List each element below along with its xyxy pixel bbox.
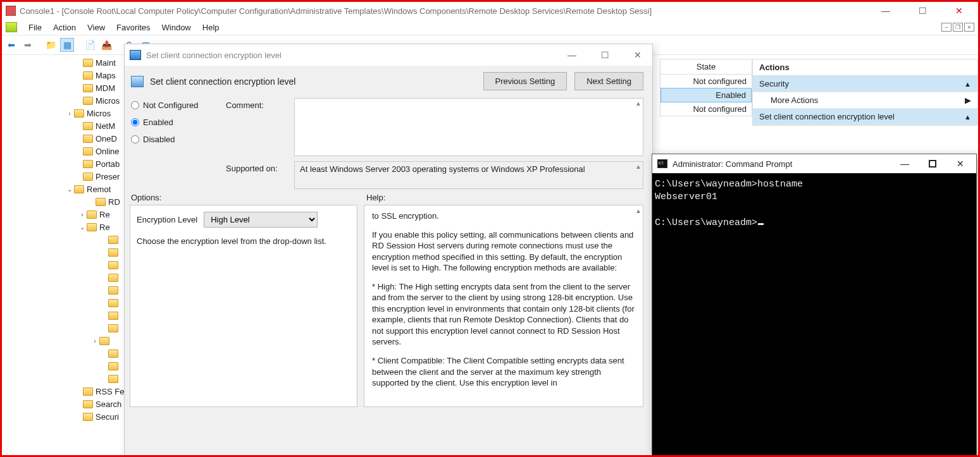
supported-on-field: At least Windows Server 2003 operating s… bbox=[294, 161, 643, 189]
folder-icon bbox=[83, 84, 93, 92]
next-setting-button[interactable]: Next Setting bbox=[574, 72, 643, 90]
actions-more-actions[interactable]: More Actions ▶ bbox=[753, 92, 977, 109]
tree-item-label: Securi bbox=[96, 412, 119, 422]
tree-item[interactable]: Portab bbox=[4, 157, 125, 170]
tree-item[interactable]: RD bbox=[4, 195, 125, 208]
up-level-button[interactable]: 📁 bbox=[44, 38, 58, 52]
mdi-restore[interactable]: ❐ bbox=[953, 23, 963, 32]
actions-section-security[interactable]: Security ▲ bbox=[753, 76, 977, 92]
chevron-right-icon[interactable]: › bbox=[78, 211, 87, 218]
encryption-level-hint: Choose the encryption level from the dro… bbox=[137, 236, 350, 246]
menu-window[interactable]: Window bbox=[162, 23, 191, 32]
cmd-minimize[interactable]: — bbox=[894, 159, 915, 169]
show-hide-tree-button[interactable]: ▦ bbox=[60, 38, 74, 52]
menu-action[interactable]: Action bbox=[53, 23, 76, 32]
tree-item[interactable] bbox=[4, 296, 125, 309]
tree-item[interactable] bbox=[4, 259, 125, 271]
export-button[interactable]: 📤 bbox=[99, 38, 113, 52]
tree-item[interactable]: RSS Fe bbox=[4, 385, 125, 398]
list-row-state[interactable]: Not configured bbox=[661, 75, 752, 88]
scroll-up-icon[interactable]: ▲ bbox=[635, 100, 642, 107]
cmd-maximize[interactable] bbox=[922, 159, 943, 169]
encryption-level-select[interactable]: High Level bbox=[204, 212, 318, 228]
mdi-minimize[interactable]: – bbox=[941, 23, 952, 32]
radio-disabled[interactable]: Disabled bbox=[131, 135, 226, 144]
close-button[interactable]: ✕ bbox=[948, 6, 971, 16]
dialog-minimize[interactable]: — bbox=[562, 50, 581, 60]
menu-help[interactable]: Help bbox=[202, 23, 220, 32]
chevron-down-icon[interactable]: ⌄ bbox=[65, 186, 74, 193]
scroll-up-icon[interactable]: ▲ bbox=[635, 163, 642, 170]
dialog-maximize[interactable]: ☐ bbox=[595, 50, 614, 60]
tree-item-label: Portab bbox=[96, 159, 120, 169]
forward-button[interactable]: ➡ bbox=[21, 38, 35, 52]
tree-item[interactable] bbox=[4, 271, 125, 284]
menu-favorites[interactable]: Favorites bbox=[116, 23, 150, 32]
tree-item[interactable]: Online bbox=[4, 145, 125, 157]
cmd-titlebar[interactable]: Administrator: Command Prompt — ✕ bbox=[652, 154, 976, 173]
comment-label: Comment: bbox=[226, 98, 294, 110]
minimize-button[interactable]: — bbox=[874, 6, 897, 16]
tree-item[interactable] bbox=[4, 233, 125, 246]
tree-item-label: Search bbox=[96, 399, 121, 409]
menu-view[interactable]: View bbox=[87, 23, 105, 32]
tree-item[interactable] bbox=[4, 360, 125, 372]
tree-item[interactable] bbox=[4, 322, 125, 334]
tree-item[interactable]: NetM bbox=[4, 119, 125, 132]
settings-list[interactable]: State Not configuredEnabledNot configure… bbox=[660, 59, 752, 116]
actions-section-policy[interactable]: Set client connection encryption level ▲ bbox=[753, 109, 977, 125]
folder-icon bbox=[83, 59, 93, 67]
previous-setting-button[interactable]: Previous Setting bbox=[483, 72, 568, 90]
radio-label: Not Configured bbox=[143, 101, 198, 110]
folder-icon bbox=[83, 122, 93, 130]
tree-item[interactable]: ⌄Re bbox=[4, 221, 125, 233]
chevron-down-icon[interactable]: ⌄ bbox=[78, 224, 87, 231]
tree-item[interactable] bbox=[4, 246, 125, 259]
tree-item[interactable]: OneD bbox=[4, 132, 125, 145]
cmd-close[interactable]: ✕ bbox=[950, 159, 971, 169]
column-header-state[interactable]: State bbox=[661, 59, 752, 75]
tree-item[interactable]: Maps bbox=[4, 69, 125, 82]
dialog-close[interactable]: ✕ bbox=[628, 50, 647, 60]
folder-icon bbox=[96, 198, 106, 206]
tree-item[interactable]: Maint bbox=[4, 56, 125, 69]
folder-icon bbox=[83, 400, 93, 408]
dialog-header-title: Set client connection encryption level bbox=[150, 76, 477, 87]
menu-file[interactable]: File bbox=[28, 23, 42, 32]
help-panel[interactable]: ▲ to SSL encryption. If you enable this … bbox=[364, 205, 643, 407]
tree-item[interactable]: Micros bbox=[4, 94, 125, 107]
actions-section-label: Set client connection encryption level bbox=[759, 112, 895, 121]
tree-item[interactable]: ›Re bbox=[4, 208, 125, 221]
mdi-close[interactable]: × bbox=[964, 23, 974, 32]
tree-item[interactable]: › bbox=[4, 334, 125, 347]
policy-dialog: Set client connection encryption level —… bbox=[124, 44, 653, 457]
tree-item[interactable] bbox=[4, 347, 125, 360]
scroll-up-icon[interactable]: ▲ bbox=[635, 207, 642, 216]
radio-enabled[interactable]: Enabled bbox=[131, 118, 226, 127]
menubar: File Action View Favorites Window Help –… bbox=[2, 20, 978, 35]
folder-icon bbox=[108, 274, 118, 282]
navigation-tree[interactable]: MaintMapsMDMMicros›MicrosNetMOneDOnlineP… bbox=[4, 56, 125, 455]
tree-item[interactable] bbox=[4, 309, 125, 322]
tree-item[interactable] bbox=[4, 372, 125, 385]
tree-item[interactable]: ›Micros bbox=[4, 107, 125, 119]
dialog-titlebar[interactable]: Set client connection encryption level —… bbox=[125, 44, 652, 66]
tree-item[interactable]: Preser bbox=[4, 170, 125, 183]
tree-item[interactable] bbox=[4, 284, 125, 296]
mmc-titlebar: Console1 - [Console Root\Local Computer … bbox=[2, 2, 978, 20]
tree-item[interactable]: Search bbox=[4, 398, 125, 410]
chevron-right-icon[interactable]: › bbox=[90, 338, 99, 344]
list-row-state[interactable]: Not configured bbox=[661, 102, 752, 116]
back-button[interactable]: ⬅ bbox=[4, 38, 18, 52]
tree-item[interactable]: MDM bbox=[4, 82, 125, 94]
properties-button[interactable]: 📄 bbox=[83, 38, 97, 52]
comment-field[interactable]: ▲ bbox=[294, 98, 643, 156]
maximize-button[interactable]: ☐ bbox=[911, 6, 934, 16]
policy-icon bbox=[130, 50, 141, 60]
chevron-right-icon[interactable]: › bbox=[65, 110, 74, 117]
list-row-state[interactable]: Enabled bbox=[661, 88, 752, 102]
radio-not-configured[interactable]: Not Configured bbox=[131, 101, 226, 110]
cmd-body[interactable]: C:\Users\wayneadm>hostname Webserver01 C… bbox=[652, 173, 976, 455]
tree-item[interactable]: Securi bbox=[4, 410, 125, 423]
tree-item[interactable]: ⌄Remot bbox=[4, 183, 125, 195]
